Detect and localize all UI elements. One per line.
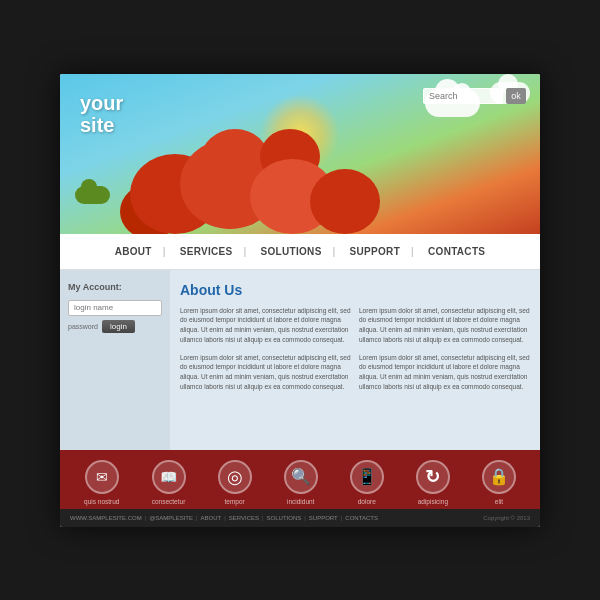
icon-label-target: tempor [224, 498, 244, 505]
footer-icon-lock[interactable]: 🔒 elit [482, 460, 516, 505]
target-icon: ◎ [218, 460, 252, 494]
search-button[interactable]: ok [506, 88, 526, 104]
bottom-contacts[interactable]: CONTACTS [345, 515, 378, 521]
text-block-1-1: Lorem ipsum dolor sit amet, consectetur … [180, 306, 351, 345]
site-logo: your site [80, 92, 123, 136]
bottom-social[interactable]: @SAMPLESITE [149, 515, 193, 521]
blob-group [120, 134, 380, 234]
password-row: password login [68, 320, 162, 333]
bottom-site-url[interactable]: WWW.SAMPLESITE.COM [70, 515, 142, 521]
icon-label-refresh: adipisicing [418, 498, 448, 505]
bottom-solutions[interactable]: SOLUTIONS [267, 515, 302, 521]
text-block-2-1: Lorem ipsum dolor sit amet, consectetur … [359, 306, 530, 345]
nav-contacts[interactable]: CONTACTS [414, 234, 499, 269]
bottom-nav-left: WWW.SAMPLESITE.COM | @SAMPLESITE | ABOUT… [70, 515, 378, 521]
bottom-services[interactable]: SERVICES [229, 515, 259, 521]
search-icon: 🔍 [284, 460, 318, 494]
site-wrapper: your site ok ABOUT SERVICES SOLUTIONS SU… [60, 74, 540, 527]
search-bar: ok [423, 88, 526, 104]
main-content: About Us Lorem ipsum dolor sit amet, con… [170, 270, 540, 450]
nav-services[interactable]: SERVICES [166, 234, 247, 269]
bottom-about[interactable]: ABOUT [201, 515, 222, 521]
blob-4 [310, 169, 380, 234]
content-title: About Us [180, 282, 530, 298]
cloud-green [75, 186, 110, 204]
icon-label-search: incididunt [287, 498, 314, 505]
footer-icon-mobile[interactable]: 📱 dolore [350, 460, 384, 505]
footer-icon-book[interactable]: 📖 consectetur [152, 460, 186, 505]
content-area: My Account: password login About Us Lore… [60, 270, 540, 450]
text-columns: Lorem ipsum dolor sit amet, consectetur … [180, 306, 530, 400]
text-block-1-2: Lorem ipsum dolor sit amet, consectetur … [180, 353, 351, 392]
search-input[interactable] [423, 88, 503, 104]
text-block-2-2: Lorem ipsum dolor sit amet, consectetur … [359, 353, 530, 392]
lock-icon: 🔒 [482, 460, 516, 494]
icon-label-lock: elit [495, 498, 503, 505]
footer-icon-target[interactable]: ◎ tempor [218, 460, 252, 505]
book-icon: 📖 [152, 460, 186, 494]
header-section: your site ok [60, 74, 540, 234]
refresh-icon: ↻ [416, 460, 450, 494]
main-nav: ABOUT SERVICES SOLUTIONS SUPPORT CONTACT… [60, 234, 540, 270]
nav-about[interactable]: ABOUT [101, 234, 166, 269]
footer-icon-email[interactable]: ✉ quis nostrud [84, 460, 119, 505]
bottom-bar: WWW.SAMPLESITE.COM | @SAMPLESITE | ABOUT… [60, 509, 540, 527]
copyright-text: Copyright © 2013 [483, 515, 530, 521]
text-col-1: Lorem ipsum dolor sit amet, consectetur … [180, 306, 351, 400]
login-name-input[interactable] [68, 300, 162, 316]
text-col-2: Lorem ipsum dolor sit amet, consectetur … [359, 306, 530, 400]
footer-icons-bar: ✉ quis nostrud 📖 consectetur ◎ tempor 🔍 … [60, 450, 540, 509]
footer-icon-search[interactable]: 🔍 incididunt [284, 460, 318, 505]
email-icon: ✉ [85, 460, 119, 494]
nav-solutions[interactable]: SOLUTIONS [247, 234, 336, 269]
sidebar: My Account: password login [60, 270, 170, 450]
login-button[interactable]: login [102, 320, 135, 333]
footer-icon-refresh[interactable]: ↻ adipisicing [416, 460, 450, 505]
icon-label-mobile: dolore [358, 498, 376, 505]
password-label: password [68, 323, 98, 330]
nav-support[interactable]: SUPPORT [336, 234, 414, 269]
icon-label-email: quis nostrud [84, 498, 119, 505]
sidebar-title: My Account: [68, 282, 162, 292]
icon-label-book: consectetur [152, 498, 186, 505]
bottom-support[interactable]: SUPPORT [309, 515, 338, 521]
mobile-icon: 📱 [350, 460, 384, 494]
